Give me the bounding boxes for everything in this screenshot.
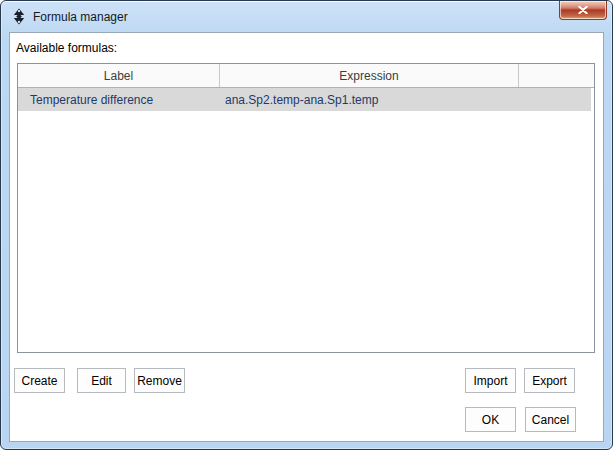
column-header-expression[interactable]: Expression	[220, 64, 519, 87]
available-formulas-label: Available formulas:	[16, 41, 117, 55]
titlebar: Formula manager	[1, 1, 612, 32]
ok-button[interactable]: OK	[465, 407, 516, 432]
close-icon	[578, 6, 588, 14]
window-title: Formula manager	[33, 10, 128, 24]
import-button[interactable]: Import	[465, 368, 516, 393]
formula-label-cell: Temperature difference	[18, 93, 220, 107]
remove-button[interactable]: Remove	[134, 368, 185, 393]
dialog-client-area: Available formulas: Label Expression Tem…	[9, 32, 604, 442]
edit-button[interactable]: Edit	[77, 368, 126, 393]
create-button[interactable]: Create	[14, 368, 65, 393]
formulas-table[interactable]: Label Expression Temperature difference …	[17, 63, 595, 353]
formula-manager-dialog: Formula manager Available formulas: Labe…	[0, 0, 613, 450]
close-button[interactable]	[559, 1, 607, 20]
formulas-table-header: Label Expression	[18, 64, 594, 88]
column-header-label[interactable]: Label	[18, 64, 220, 87]
app-icon	[12, 8, 26, 25]
export-button[interactable]: Export	[524, 368, 575, 393]
table-row[interactable]: Temperature difference ana.Sp2.temp-ana.…	[18, 88, 591, 111]
cancel-button[interactable]: Cancel	[525, 407, 576, 432]
formula-expression-cell: ana.Sp2.temp-ana.Sp1.temp	[220, 93, 519, 107]
column-header-empty	[519, 64, 594, 87]
